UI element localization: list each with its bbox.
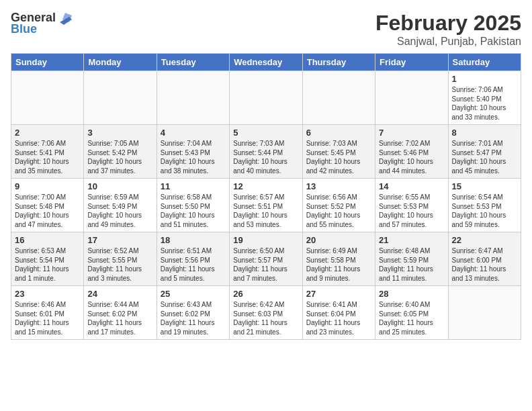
- calendar-day-cell: 19Sunrise: 6:50 AM Sunset: 5:57 PM Dayli…: [230, 232, 302, 286]
- day-info: Sunrise: 6:40 AM Sunset: 6:05 PM Dayligh…: [379, 300, 444, 336]
- day-info: Sunrise: 7:03 AM Sunset: 5:44 PM Dayligh…: [233, 139, 298, 175]
- calendar-day-cell: 6Sunrise: 7:03 AM Sunset: 5:45 PM Daylig…: [302, 125, 375, 179]
- calendar-day-cell: 8Sunrise: 7:01 AM Sunset: 5:47 PM Daylig…: [448, 125, 521, 179]
- calendar-day-cell: [230, 71, 302, 125]
- day-info: Sunrise: 6:56 AM Sunset: 5:52 PM Dayligh…: [306, 193, 371, 229]
- calendar-week-row: 2Sunrise: 7:06 AM Sunset: 5:41 PM Daylig…: [11, 125, 521, 179]
- day-number: 17: [87, 235, 152, 245]
- calendar-day-cell: [302, 71, 375, 125]
- calendar-day-cell: 20Sunrise: 6:49 AM Sunset: 5:58 PM Dayli…: [302, 232, 375, 286]
- day-number: 1: [452, 74, 517, 84]
- calendar-day-cell: 27Sunrise: 6:41 AM Sunset: 6:04 PM Dayli…: [302, 286, 375, 340]
- day-number: 4: [161, 128, 226, 138]
- day-number: 20: [306, 235, 371, 245]
- calendar-day-cell: 3Sunrise: 7:05 AM Sunset: 5:42 PM Daylig…: [84, 125, 157, 179]
- day-info: Sunrise: 7:06 AM Sunset: 5:41 PM Dayligh…: [15, 139, 80, 175]
- day-of-week-header: Sunday: [11, 54, 84, 71]
- calendar-day-cell: 25Sunrise: 6:43 AM Sunset: 6:02 PM Dayli…: [157, 286, 229, 340]
- calendar-day-cell: 2Sunrise: 7:06 AM Sunset: 5:41 PM Daylig…: [11, 125, 84, 179]
- calendar-week-row: 9Sunrise: 7:00 AM Sunset: 5:48 PM Daylig…: [11, 179, 521, 232]
- calendar-day-cell: 5Sunrise: 7:03 AM Sunset: 5:44 PM Daylig…: [230, 125, 302, 179]
- day-number: 27: [306, 289, 371, 299]
- logo-blue-text: Blue: [11, 22, 37, 36]
- day-info: Sunrise: 6:59 AM Sunset: 5:49 PM Dayligh…: [87, 193, 152, 229]
- day-number: 11: [161, 181, 226, 191]
- day-of-week-header: Monday: [84, 54, 157, 71]
- calendar-day-cell: [157, 71, 229, 125]
- day-info: Sunrise: 6:42 AM Sunset: 6:03 PM Dayligh…: [233, 300, 298, 336]
- calendar-week-row: 23Sunrise: 6:46 AM Sunset: 6:01 PM Dayli…: [11, 286, 521, 340]
- month-title: February 2025: [375, 11, 521, 36]
- day-info: Sunrise: 7:02 AM Sunset: 5:46 PM Dayligh…: [379, 139, 444, 175]
- calendar-day-cell: 22Sunrise: 6:47 AM Sunset: 6:00 PM Dayli…: [448, 232, 521, 286]
- day-number: 15: [452, 181, 517, 191]
- day-info: Sunrise: 7:03 AM Sunset: 5:45 PM Dayligh…: [306, 139, 371, 175]
- day-number: 18: [161, 235, 226, 245]
- day-number: 25: [161, 289, 226, 299]
- calendar-day-cell: 13Sunrise: 6:56 AM Sunset: 5:52 PM Dayli…: [302, 179, 375, 232]
- day-of-week-header: Thursday: [302, 54, 375, 71]
- day-number: 13: [306, 181, 371, 191]
- calendar-day-cell: [84, 71, 157, 125]
- calendar-day-cell: 23Sunrise: 6:46 AM Sunset: 6:01 PM Dayli…: [11, 286, 84, 340]
- calendar-day-cell: 10Sunrise: 6:59 AM Sunset: 5:49 PM Dayli…: [84, 179, 157, 232]
- calendar-week-row: 16Sunrise: 6:53 AM Sunset: 5:54 PM Dayli…: [11, 232, 521, 286]
- day-number: 24: [87, 289, 152, 299]
- logo-icon: [57, 10, 72, 25]
- calendar-day-cell: 15Sunrise: 6:54 AM Sunset: 5:53 PM Dayli…: [448, 179, 521, 232]
- day-info: Sunrise: 6:44 AM Sunset: 6:02 PM Dayligh…: [87, 300, 152, 336]
- calendar-day-cell: 21Sunrise: 6:48 AM Sunset: 5:59 PM Dayli…: [375, 232, 448, 286]
- title-area: February 2025 Sanjwal, Punjab, Pakistan: [375, 11, 521, 48]
- calendar-day-cell: 9Sunrise: 7:00 AM Sunset: 5:48 PM Daylig…: [11, 179, 84, 232]
- calendar-header-row: SundayMondayTuesdayWednesdayThursdayFrid…: [11, 54, 521, 71]
- day-of-week-header: Saturday: [448, 54, 521, 71]
- day-number: 10: [87, 181, 152, 191]
- calendar-day-cell: 4Sunrise: 7:04 AM Sunset: 5:43 PM Daylig…: [157, 125, 229, 179]
- day-info: Sunrise: 7:01 AM Sunset: 5:47 PM Dayligh…: [452, 139, 517, 175]
- day-of-week-header: Tuesday: [157, 54, 229, 71]
- calendar-day-cell: 26Sunrise: 6:42 AM Sunset: 6:03 PM Dayli…: [230, 286, 302, 340]
- calendar-day-cell: 1Sunrise: 7:06 AM Sunset: 5:40 PM Daylig…: [448, 71, 521, 125]
- day-info: Sunrise: 6:58 AM Sunset: 5:50 PM Dayligh…: [161, 193, 226, 229]
- calendar-day-cell: 7Sunrise: 7:02 AM Sunset: 5:46 PM Daylig…: [375, 125, 448, 179]
- calendar-day-cell: [448, 286, 521, 340]
- day-number: 2: [15, 128, 80, 138]
- day-info: Sunrise: 6:51 AM Sunset: 5:56 PM Dayligh…: [161, 246, 226, 283]
- day-of-week-header: Wednesday: [230, 54, 302, 71]
- calendar-day-cell: [11, 71, 84, 125]
- day-info: Sunrise: 6:49 AM Sunset: 5:58 PM Dayligh…: [306, 246, 371, 283]
- calendar-day-cell: [375, 71, 448, 125]
- day-number: 14: [379, 181, 444, 191]
- calendar-day-cell: 28Sunrise: 6:40 AM Sunset: 6:05 PM Dayli…: [375, 286, 448, 340]
- header: General Blue February 2025 Sanjwal, Punj…: [11, 11, 521, 48]
- calendar-day-cell: 24Sunrise: 6:44 AM Sunset: 6:02 PM Dayli…: [84, 286, 157, 340]
- day-number: 12: [233, 181, 298, 191]
- day-number: 7: [379, 128, 444, 138]
- day-info: Sunrise: 6:57 AM Sunset: 5:51 PM Dayligh…: [233, 193, 298, 229]
- day-info: Sunrise: 6:43 AM Sunset: 6:02 PM Dayligh…: [161, 300, 226, 336]
- day-info: Sunrise: 7:04 AM Sunset: 5:43 PM Dayligh…: [161, 139, 226, 175]
- day-info: Sunrise: 7:00 AM Sunset: 5:48 PM Dayligh…: [15, 193, 80, 229]
- day-info: Sunrise: 6:46 AM Sunset: 6:01 PM Dayligh…: [15, 300, 80, 336]
- day-number: 6: [306, 128, 371, 138]
- logo: General Blue: [11, 11, 72, 36]
- day-info: Sunrise: 6:54 AM Sunset: 5:53 PM Dayligh…: [452, 193, 517, 229]
- day-info: Sunrise: 6:55 AM Sunset: 5:53 PM Dayligh…: [379, 193, 444, 229]
- day-info: Sunrise: 6:48 AM Sunset: 5:59 PM Dayligh…: [379, 246, 444, 283]
- day-number: 16: [15, 235, 80, 245]
- calendar-day-cell: 16Sunrise: 6:53 AM Sunset: 5:54 PM Dayli…: [11, 232, 84, 286]
- day-number: 8: [452, 128, 517, 138]
- day-info: Sunrise: 7:05 AM Sunset: 5:42 PM Dayligh…: [87, 139, 152, 175]
- day-number: 26: [233, 289, 298, 299]
- calendar-day-cell: 12Sunrise: 6:57 AM Sunset: 5:51 PM Dayli…: [230, 179, 302, 232]
- day-of-week-header: Friday: [375, 54, 448, 71]
- day-number: 23: [15, 289, 80, 299]
- calendar-day-cell: 14Sunrise: 6:55 AM Sunset: 5:53 PM Dayli…: [375, 179, 448, 232]
- day-number: 19: [233, 235, 298, 245]
- calendar-week-row: 1Sunrise: 7:06 AM Sunset: 5:40 PM Daylig…: [11, 71, 521, 125]
- day-info: Sunrise: 6:41 AM Sunset: 6:04 PM Dayligh…: [306, 300, 371, 336]
- day-info: Sunrise: 6:53 AM Sunset: 5:54 PM Dayligh…: [15, 246, 80, 283]
- day-info: Sunrise: 6:52 AM Sunset: 5:55 PM Dayligh…: [87, 246, 152, 283]
- location-title: Sanjwal, Punjab, Pakistan: [375, 36, 521, 48]
- calendar-day-cell: 18Sunrise: 6:51 AM Sunset: 5:56 PM Dayli…: [157, 232, 229, 286]
